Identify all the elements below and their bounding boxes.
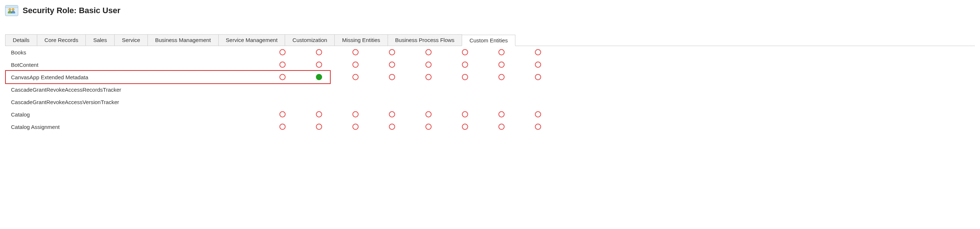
privilege-toggle[interactable] [535, 111, 541, 118]
privilege-cell [447, 74, 483, 80]
privilege-cell [520, 49, 556, 56]
privilege-toggle[interactable] [316, 74, 322, 80]
privilege-toggle[interactable] [279, 49, 286, 56]
privilege-cell [264, 49, 301, 56]
privilege-toggle[interactable] [498, 111, 505, 118]
privilege-cell [301, 74, 337, 80]
page-header: Security Role: Basic User [0, 0, 980, 20]
privilege-toggle[interactable] [498, 124, 505, 130]
privilege-toggle[interactable] [498, 49, 505, 56]
privilege-toggle[interactable] [462, 124, 468, 130]
privilege-toggle[interactable] [498, 74, 505, 80]
privilege-toggle[interactable] [425, 111, 432, 118]
privilege-toggle[interactable] [352, 49, 359, 56]
privilege-toggle[interactable] [352, 61, 359, 68]
privilege-cell [301, 111, 337, 118]
svg-point-16 [499, 62, 504, 68]
svg-point-18 [280, 75, 285, 80]
privilege-cell [410, 124, 447, 130]
privilege-toggle[interactable] [425, 49, 432, 56]
svg-point-25 [535, 75, 541, 80]
privilege-toggle[interactable] [389, 49, 395, 56]
privilege-cell [520, 124, 556, 130]
privilege-cell [447, 124, 483, 130]
privilege-toggle[interactable] [389, 74, 395, 80]
svg-point-24 [499, 75, 504, 80]
svg-point-6 [426, 50, 431, 55]
entity-name: Catalog [5, 111, 264, 118]
tab-custom-entities[interactable]: Custom Entities [462, 35, 515, 46]
table-row: CanvasApp Extended Metadata [5, 71, 975, 83]
privilege-toggle[interactable] [352, 111, 359, 118]
tab-customization[interactable]: Customization [285, 34, 335, 46]
svg-point-5 [390, 50, 395, 55]
privilege-toggle[interactable] [352, 74, 359, 80]
svg-point-8 [499, 50, 504, 55]
privilege-toggle[interactable] [352, 124, 359, 130]
privilege-toggle[interactable] [316, 61, 322, 68]
svg-point-36 [353, 124, 358, 130]
tab-service[interactable]: Service [114, 34, 148, 46]
privilege-toggle[interactable] [279, 61, 286, 68]
svg-point-19 [317, 75, 322, 80]
privilege-cell [483, 49, 520, 56]
table-row: Catalog Assignment [5, 121, 975, 133]
privilege-toggle[interactable] [389, 111, 395, 118]
tab-strip: DetailsCore RecordsSalesServiceBusiness … [5, 34, 975, 46]
entity-name: Catalog Assignment [5, 124, 264, 130]
tab-missing-entities[interactable]: Missing Entities [334, 34, 388, 46]
privilege-toggle[interactable] [498, 61, 505, 68]
privilege-cell [337, 74, 374, 80]
svg-point-21 [390, 75, 395, 80]
privilege-toggle[interactable] [535, 61, 541, 68]
privilege-toggle[interactable] [279, 124, 286, 130]
privilege-cell [337, 111, 374, 118]
svg-point-20 [353, 75, 358, 80]
privilege-toggle[interactable] [462, 49, 468, 56]
tab-business-management[interactable]: Business Management [148, 34, 219, 46]
svg-point-30 [426, 112, 431, 117]
svg-point-26 [280, 112, 285, 117]
privilege-cell [374, 111, 410, 118]
privilege-cell [447, 111, 483, 118]
privilege-toggle[interactable] [279, 74, 286, 80]
tab-sales[interactable]: Sales [86, 34, 115, 46]
privilege-cell [483, 124, 520, 130]
privilege-cell [483, 61, 520, 68]
tab-details[interactable]: Details [5, 34, 37, 46]
privilege-toggle[interactable] [316, 124, 322, 130]
svg-point-31 [463, 112, 468, 117]
privilege-toggle[interactable] [462, 74, 468, 80]
tab-business-process-flows[interactable]: Business Process Flows [388, 34, 463, 46]
svg-point-38 [426, 124, 431, 130]
tab-service-management[interactable]: Service Management [218, 34, 285, 46]
entity-name: BotContent [5, 62, 264, 68]
privilege-cell [410, 74, 447, 80]
privilege-toggle[interactable] [389, 124, 395, 130]
privilege-cell [520, 111, 556, 118]
privilege-cell [264, 74, 301, 80]
privilege-cell [520, 74, 556, 80]
table-row: CascadeGrantRevokeAccessRecordsTracker [5, 83, 975, 96]
privilege-toggle[interactable] [425, 124, 432, 130]
privilege-cell [374, 61, 410, 68]
privilege-toggle[interactable] [316, 49, 322, 56]
entity-name: CanvasApp Extended Metadata [5, 74, 264, 80]
privilege-toggle[interactable] [462, 111, 468, 118]
svg-point-22 [426, 75, 431, 80]
privilege-toggle[interactable] [535, 74, 541, 80]
privilege-toggle[interactable] [425, 61, 432, 68]
tab-core-records[interactable]: Core Records [37, 34, 86, 46]
privilege-cell [337, 61, 374, 68]
privilege-toggle[interactable] [316, 111, 322, 118]
privilege-toggle[interactable] [535, 124, 541, 130]
privilege-toggle[interactable] [535, 49, 541, 56]
entity-name: CascadeGrantRevokeAccessVersionTracker [5, 99, 264, 105]
svg-point-0 [9, 8, 11, 11]
privilege-cell [410, 61, 447, 68]
privilege-toggle[interactable] [425, 74, 432, 80]
privilege-toggle[interactable] [462, 61, 468, 68]
svg-point-11 [317, 62, 322, 68]
privilege-toggle[interactable] [279, 111, 286, 118]
privilege-toggle[interactable] [389, 61, 395, 68]
